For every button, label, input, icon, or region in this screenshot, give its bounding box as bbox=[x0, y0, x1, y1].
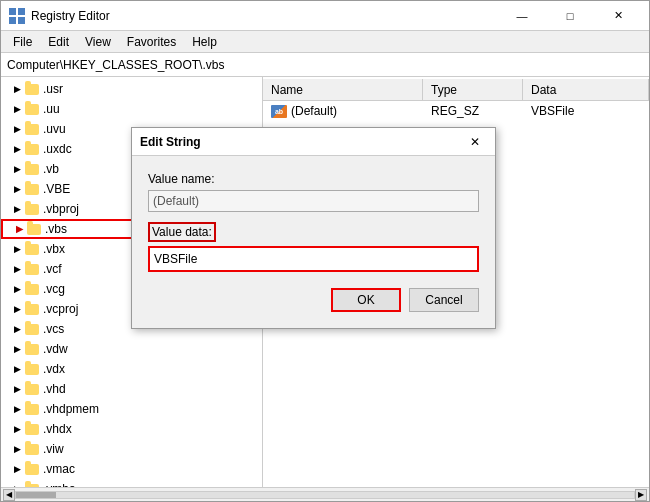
registry-editor-window: Registry Editor — □ ✕ File Edit View Fav… bbox=[0, 0, 650, 502]
dialog-buttons: OK Cancel bbox=[148, 288, 479, 312]
menu-bar: File Edit View Favorites Help bbox=[1, 31, 649, 53]
dialog-body: Value name: Value data: OK Cancel bbox=[132, 156, 495, 328]
edit-string-dialog: Edit String ✕ Value name: Value data: OK bbox=[131, 127, 496, 329]
menu-help[interactable]: Help bbox=[184, 33, 225, 51]
scrollbar-thumb[interactable] bbox=[16, 492, 56, 498]
window-title: Registry Editor bbox=[31, 9, 499, 23]
bottom-scrollbar: ◀ ▶ bbox=[1, 487, 649, 501]
menu-edit[interactable]: Edit bbox=[40, 33, 77, 51]
cancel-button[interactable]: Cancel bbox=[409, 288, 479, 312]
app-icon bbox=[9, 8, 25, 24]
close-button[interactable]: ✕ bbox=[595, 1, 641, 31]
value-name-label: Value name: bbox=[148, 172, 479, 186]
menu-favorites[interactable]: Favorites bbox=[119, 33, 184, 51]
value-name-input[interactable] bbox=[148, 190, 479, 212]
scroll-left-button[interactable]: ◀ bbox=[3, 489, 15, 501]
dialog-title: Edit String bbox=[140, 135, 463, 149]
dialog-title-bar: Edit String ✕ bbox=[132, 128, 495, 156]
svg-rect-0 bbox=[9, 8, 16, 15]
main-content: ▶ .usr ▶ .uu ▶ .uvu ▶ .uxdc ▶ bbox=[1, 77, 649, 487]
menu-file[interactable]: File bbox=[5, 33, 40, 51]
maximize-button[interactable]: □ bbox=[547, 1, 593, 31]
window-controls: — □ ✕ bbox=[499, 1, 641, 31]
dialog-overlay: Edit String ✕ Value name: Value data: OK bbox=[1, 77, 649, 487]
minimize-button[interactable]: — bbox=[499, 1, 545, 31]
address-path: Computer\HKEY_CLASSES_ROOT\.vbs bbox=[7, 58, 224, 72]
menu-view[interactable]: View bbox=[77, 33, 119, 51]
title-bar: Registry Editor — □ ✕ bbox=[1, 1, 649, 31]
scroll-right-button[interactable]: ▶ bbox=[635, 489, 647, 501]
dialog-close-button[interactable]: ✕ bbox=[463, 130, 487, 154]
svg-rect-2 bbox=[9, 17, 16, 24]
value-data-input-wrap bbox=[148, 246, 479, 272]
svg-rect-1 bbox=[18, 8, 25, 15]
svg-rect-3 bbox=[18, 17, 25, 24]
address-bar: Computer\HKEY_CLASSES_ROOT\.vbs bbox=[1, 53, 649, 77]
ok-button[interactable]: OK bbox=[331, 288, 401, 312]
value-data-input[interactable] bbox=[150, 248, 477, 270]
value-data-label: Value data: bbox=[148, 222, 216, 242]
scrollbar-track bbox=[15, 491, 635, 499]
